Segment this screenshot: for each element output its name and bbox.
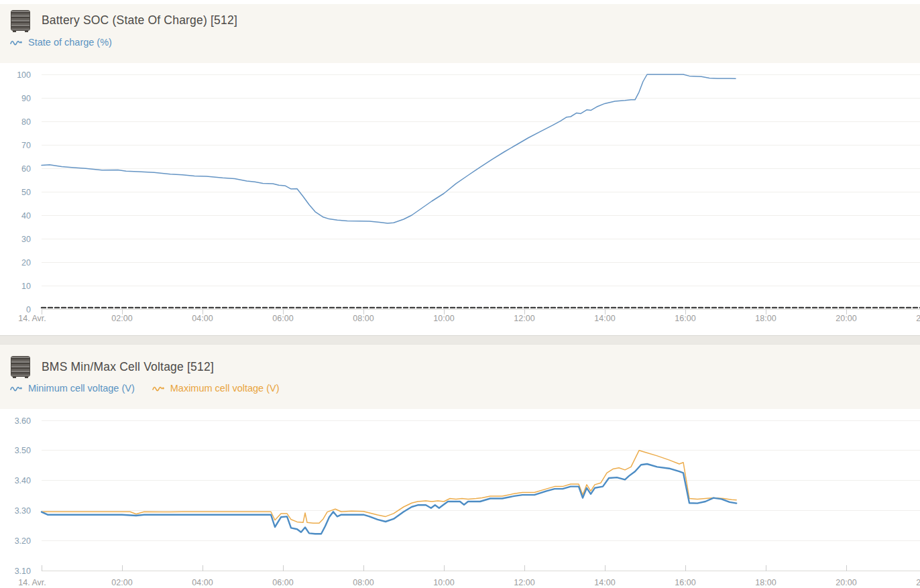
x-axis-label: 12:00 xyxy=(514,314,534,323)
chart-title-cell-voltage: BMS Min/Max Cell Voltage [512] xyxy=(42,360,214,374)
line-series-icon xyxy=(10,38,23,46)
x-axis-label: 04:00 xyxy=(192,314,213,323)
legend-label: State of charge (%) xyxy=(28,37,112,48)
y-axis-label: 60 xyxy=(21,164,31,174)
y-axis-label: 30 xyxy=(21,235,31,244)
y-axis-label: 3.30 xyxy=(15,506,31,516)
y-axis-label: 3.10 xyxy=(15,567,31,576)
y-axis-label: 90 xyxy=(21,94,31,103)
y-axis-label: 3.60 xyxy=(15,416,31,426)
battery-icon-foot xyxy=(25,30,28,32)
cell-voltage-chart-plot-area[interactable]: 3.103.203.303.403.503.6014. Avr.02:0004:… xyxy=(0,409,920,588)
x-axis-label: 14. Avr. xyxy=(18,578,46,587)
x-axis-label: 04:00 xyxy=(192,578,213,587)
x-axis-label: 14:00 xyxy=(594,314,615,323)
y-axis-label: 40 xyxy=(21,211,31,221)
series-state-of-charge xyxy=(42,74,736,223)
x-axis-label: 06:00 xyxy=(272,578,293,587)
chart-panel-battery-soc: Battery SOC (State Of Charge) [512] Stat… xyxy=(0,4,920,335)
chart-title-battery-soc: Battery SOC (State Of Charge) [512] xyxy=(42,13,237,27)
y-axis-label: 10 xyxy=(21,282,31,291)
y-axis-label: 70 xyxy=(21,141,31,150)
x-axis-label: 20:00 xyxy=(836,578,856,587)
legend-row: Minimum cell voltage (V) Maximum cell vo… xyxy=(10,383,280,394)
y-axis-label: 3.40 xyxy=(15,476,31,485)
vrm-advanced-charts-page: Battery SOC (State Of Charge) [512] Stat… xyxy=(0,0,920,588)
series-minimum-cell-voltage xyxy=(42,464,736,534)
battery-icon-foot xyxy=(13,30,16,32)
x-axis-label: 20:00 xyxy=(836,314,856,323)
x-axis-label: 10:00 xyxy=(433,578,454,587)
x-axis-label: 08:00 xyxy=(353,578,373,587)
x-axis-label: 02:00 xyxy=(111,578,132,587)
x-axis-label: 08:00 xyxy=(353,314,373,323)
x-axis-label: 16:00 xyxy=(675,314,695,323)
legend-maximum-cell-voltage[interactable]: Maximum cell voltage (V) xyxy=(152,383,280,394)
x-axis-label: 12:00 xyxy=(514,578,534,587)
x-axis-label: 18:00 xyxy=(755,578,776,587)
legend-row: State of charge (%) xyxy=(10,37,112,48)
line-series-icon xyxy=(152,384,166,392)
chart-header xyxy=(0,345,920,409)
x-axis-label: 10:00 xyxy=(433,314,454,323)
x-axis-label: 14:00 xyxy=(594,578,615,587)
series-maximum-cell-voltage xyxy=(42,451,736,523)
panel-separator xyxy=(0,335,920,345)
line-series-icon xyxy=(10,384,23,392)
x-axis-label: 16:00 xyxy=(675,578,695,587)
battery-device-icon xyxy=(11,356,30,377)
legend-label: Maximum cell voltage (V) xyxy=(170,383,280,394)
x-axis-label: 22:00 xyxy=(916,578,920,587)
x-axis-label: 02:00 xyxy=(111,314,132,323)
legend-state-of-charge[interactable]: State of charge (%) xyxy=(10,37,112,48)
y-axis-label: 80 xyxy=(21,117,31,127)
x-axis-label: 14. Avr. xyxy=(18,314,46,323)
x-axis-label: 18:00 xyxy=(755,314,776,323)
battery-device-icon xyxy=(11,10,30,31)
y-axis-label: 100 xyxy=(17,70,31,80)
x-axis-label: 06:00 xyxy=(272,314,293,323)
legend-minimum-cell-voltage[interactable]: Minimum cell voltage (V) xyxy=(10,383,135,394)
y-axis-label: 3.50 xyxy=(15,446,31,455)
y-axis-label: 20 xyxy=(21,258,31,268)
y-axis-label: 50 xyxy=(21,188,31,197)
x-axis-label: 22:00 xyxy=(916,314,920,323)
battery-icon-foot xyxy=(25,376,28,378)
y-axis-label: 3.20 xyxy=(15,536,31,546)
y-axis-label: 0 xyxy=(26,305,31,314)
legend-label: Minimum cell voltage (V) xyxy=(28,383,135,394)
battery-icon-foot xyxy=(13,376,16,378)
chart-panel-cell-voltage: BMS Min/Max Cell Voltage [512] Minimum c… xyxy=(0,345,920,588)
soc-chart-plot-area[interactable]: 010203040506070809010014. Avr.02:0004:00… xyxy=(0,63,920,335)
